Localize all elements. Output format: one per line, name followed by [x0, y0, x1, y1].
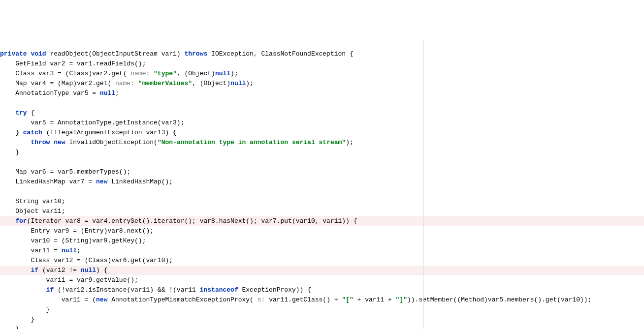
code-text: Entry var9 = (Entry)var8.next();	[0, 227, 154, 235]
code-text: );	[346, 139, 354, 146]
keyword: null	[230, 80, 246, 87]
code-text: (IllegalArgumentException var13) {	[46, 129, 177, 136]
param-hint: name:	[115, 80, 138, 87]
keyword: new	[96, 296, 111, 303]
highlighted-line: if (var12 != null) {	[0, 266, 644, 275]
code-text: LinkedHashMap var7 =	[0, 178, 96, 185]
code-text: }	[0, 306, 50, 313]
keyword: new	[96, 178, 111, 185]
code-text: var11 =	[0, 247, 62, 254]
code-text: ) {	[96, 267, 107, 274]
string-literal: "memberValues"	[138, 80, 192, 87]
code-text: }	[0, 149, 19, 156]
keyword: null	[81, 267, 96, 274]
code-text: (!var12.isInstance(var11) && !(var11	[58, 286, 200, 294]
code-text: , (Object)	[192, 80, 230, 87]
code-text: IOException, ClassNotFoundException {	[211, 50, 354, 58]
code-text: ;	[77, 247, 81, 254]
code-text: GetField var2 = var1.readFields();	[0, 60, 146, 67]
code-text: + var11 +	[354, 296, 396, 303]
code-text: }	[0, 129, 23, 136]
code-text: ExceptionProxy)) {	[242, 286, 311, 294]
code-content: private void readObject(ObjectInputStrea…	[0, 49, 644, 329]
keyword: for	[0, 217, 27, 225]
code-text: ;	[115, 90, 119, 97]
param-hint: name:	[130, 70, 154, 77]
code-text: Class var3 = (Class)var2.get(	[0, 70, 130, 77]
code-text: );	[246, 80, 254, 87]
code-text: Object var11;	[0, 208, 65, 215]
string-literal: "["	[342, 296, 353, 303]
code-text: Map var6 = var5.memberTypes();	[0, 168, 130, 176]
code-text: InvalidObjectException(	[69, 139, 157, 146]
code-text: {	[31, 109, 34, 117]
string-literal: "Non-annotation type in annotation seria…	[158, 139, 346, 146]
code-text: }	[0, 326, 19, 329]
code-text: var11.getClass() +	[269, 296, 342, 303]
code-text: );	[230, 70, 238, 77]
keyword: if	[0, 267, 42, 274]
code-text: (var12 !=	[42, 267, 81, 274]
code-text: Class var12 = (Class)var6.get(var10);	[0, 257, 173, 264]
code-text: AnnotationType var5 =	[0, 90, 100, 97]
code-text: }	[0, 316, 34, 323]
code-text: )).setMember((Method)var5.members().get(…	[407, 296, 591, 303]
code-text: var11 = (	[0, 296, 96, 303]
code-text: Map var4 = (Map)var2.get(	[0, 80, 115, 87]
code-text: String var10;	[0, 198, 65, 205]
keyword: private void	[0, 50, 50, 58]
code-text: , (Object)	[177, 70, 215, 77]
keyword: throw new	[0, 139, 69, 146]
code-editor: private void readObject(ObjectInputStrea…	[0, 39, 644, 329]
keyword: throws	[184, 50, 211, 58]
code-text: var11 = var9.getValue();	[0, 276, 138, 284]
string-literal: "type"	[154, 70, 177, 77]
keyword: try	[0, 109, 31, 117]
keyword: catch	[23, 129, 46, 136]
code-text: var10 = (String)var9.getKey();	[0, 237, 146, 244]
keyword: null	[62, 247, 77, 254]
keyword: instanceof	[200, 286, 242, 294]
code-text: LinkedHashMap();	[111, 178, 173, 185]
code-text: AnnotationTypeMismatchExceptionProxy(	[111, 296, 257, 303]
code-text: (Iterator var8 = var4.entrySet().iterato…	[27, 217, 357, 225]
string-literal: "]"	[396, 296, 407, 303]
param-hint: s:	[258, 296, 269, 303]
keyword: null	[215, 70, 230, 77]
keyword: null	[100, 90, 115, 97]
vertical-guide	[423, 39, 424, 329]
highlighted-line: for(Iterator var8 = var4.entrySet().iter…	[0, 216, 644, 226]
keyword: if	[0, 286, 58, 294]
code-text: var5 = AnnotationType.getInstance(var3);	[0, 119, 184, 126]
code-text: readObject(ObjectInputStream var1)	[50, 50, 184, 58]
